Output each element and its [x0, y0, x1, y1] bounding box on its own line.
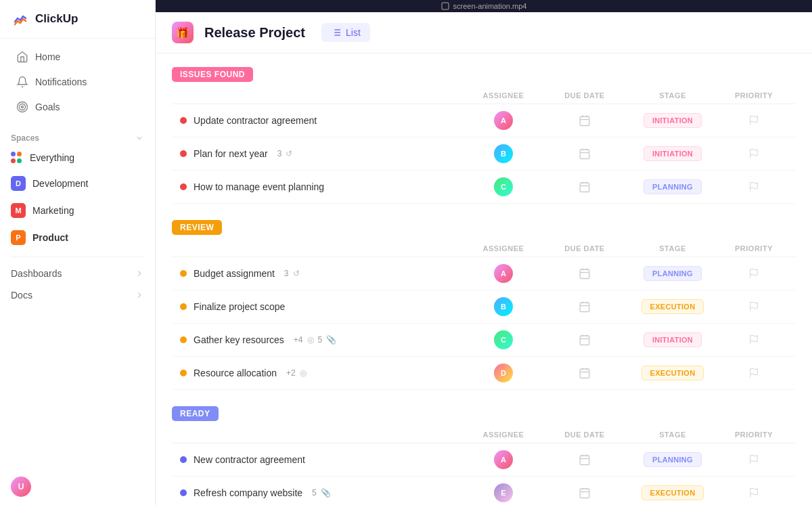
- task-name-cell: Gather key resources +4 ◎ 5 📎: [180, 334, 463, 345]
- svg-rect-11: [580, 116, 589, 126]
- col-duedate: DUE DATE: [544, 91, 625, 100]
- group-issues-found: ISSUES FOUND ASSIGNEE DUE DATE STAGE PRI…: [172, 67, 796, 204]
- stage-cell: INITIATION: [625, 332, 720, 347]
- task-name-cell: Finalize project scope: [180, 301, 463, 312]
- chevron-right-icon: [135, 269, 144, 278]
- svg-rect-31: [580, 303, 589, 312]
- docs-label: Docs: [11, 290, 32, 301]
- spaces-section-header: Spaces: [0, 128, 155, 146]
- table-row[interactable]: Finalize project scope B EXECUTION: [172, 290, 796, 324]
- sidebar-item-home-label: Home: [35, 51, 60, 62]
- task-dot: [180, 117, 187, 124]
- sidebar-item-product-label: Product: [32, 232, 68, 243]
- list-view-tab[interactable]: List: [321, 23, 370, 42]
- stage-badge: INITIATION: [644, 113, 702, 128]
- task-name: Gather key resources: [194, 334, 284, 345]
- user-avatar[interactable]: U: [11, 477, 31, 497]
- col-name: [180, 91, 463, 100]
- svg-rect-16: [580, 150, 589, 159]
- flag-icon: [748, 181, 759, 192]
- task-name: Plan for next year: [194, 148, 268, 159]
- target-icon: [16, 101, 28, 113]
- sidebar-item-development[interactable]: D Development: [0, 171, 155, 196]
- task-name: Budget assignment: [194, 268, 275, 279]
- sidebar-item-notifications-label: Notifications: [35, 76, 87, 87]
- stage-cell: EXECUTION: [625, 366, 720, 380]
- project-title: Release Project: [204, 25, 305, 41]
- svg-rect-4: [442, 3, 449, 9]
- issues-found-columns: ASSIGNEE DUE DATE STAGE PRIORITY: [172, 87, 796, 104]
- task-name: Resource allocation: [194, 368, 277, 378]
- col-priority: PRIORITY: [720, 244, 788, 252]
- bell-icon: [16, 76, 28, 88]
- task-name-cell: How to manage event planning: [180, 181, 463, 192]
- table-row[interactable]: Gather key resources +4 ◎ 5 📎 C INITIATI…: [172, 324, 796, 357]
- table-row[interactable]: Plan for next year 3 ↺ B INITIATION: [172, 137, 796, 171]
- sidebar-item-everything[interactable]: Everything: [0, 146, 155, 169]
- sidebar-item-product[interactable]: P Product: [0, 225, 155, 250]
- assignee-cell: C: [463, 330, 544, 349]
- table-row[interactable]: New contractor agreement A PLANNING: [172, 443, 796, 477]
- sidebar-bottom: U: [0, 468, 155, 505]
- duedate-cell: [544, 487, 625, 499]
- task-name: Update contractor agreement: [194, 115, 317, 126]
- table-row[interactable]: Update contractor agreement A INITIATION: [172, 104, 796, 137]
- table-row[interactable]: Refresh company website 5 📎 E EXECUTION: [172, 477, 796, 505]
- stage-badge: PLANNING: [644, 266, 702, 281]
- assignee-cell: B: [463, 144, 544, 163]
- priority-cell: [720, 301, 788, 312]
- assignee-cell: D: [463, 364, 544, 382]
- group-review: REVIEW ASSIGNEE DUE DATE STAGE PRIORITY …: [172, 220, 796, 390]
- assignee-cell: B: [463, 297, 544, 316]
- task-dot: [180, 150, 187, 157]
- sidebar-item-goals[interactable]: Goals: [5, 95, 150, 119]
- calendar-icon: [579, 334, 591, 346]
- avatar: B: [494, 297, 513, 316]
- sidebar-item-development-label: Development: [32, 178, 89, 189]
- task-extras: +4 ◎ 5 📎: [294, 335, 336, 345]
- avatar: B: [494, 144, 513, 163]
- main-header: 🎁 Release Project List: [156, 12, 812, 53]
- flag-icon: [748, 115, 759, 126]
- svg-rect-46: [580, 456, 589, 465]
- sidebar-item-notifications[interactable]: Notifications: [5, 70, 150, 94]
- content-area: ISSUES FOUND ASSIGNEE DUE DATE STAGE PRI…: [156, 53, 812, 505]
- col-name: [180, 244, 463, 252]
- stage-badge: INITIATION: [644, 146, 702, 161]
- priority-cell: [720, 487, 788, 498]
- stage-cell: EXECUTION: [625, 485, 720, 500]
- col-priority: PRIORITY: [720, 431, 788, 439]
- logo-text: ClickUp: [35, 12, 78, 26]
- assignee-cell: C: [463, 177, 544, 196]
- avatar: C: [494, 330, 513, 349]
- duedate-cell: [544, 114, 625, 127]
- calendar-icon: [579, 148, 591, 160]
- assignee-cell: A: [463, 450, 544, 469]
- avatar: A: [494, 111, 513, 130]
- stage-badge: PLANNING: [644, 179, 702, 194]
- everything-icon: [11, 152, 23, 164]
- task-name-cell: New contractor agreement: [180, 454, 463, 465]
- sidebar-item-marketing[interactable]: M Marketing: [0, 198, 155, 223]
- stage-cell: PLANNING: [625, 266, 720, 281]
- table-row[interactable]: Budget assignment 3 ↺ A PLANNING: [172, 257, 796, 290]
- sidebar-item-home[interactable]: Home: [5, 45, 150, 69]
- logo-area[interactable]: ClickUp: [0, 0, 155, 39]
- avatar: E: [494, 483, 513, 502]
- svg-rect-41: [580, 369, 589, 378]
- stage-badge: EXECUTION: [641, 485, 704, 500]
- home-icon: [16, 51, 28, 63]
- avatar: D: [494, 364, 513, 382]
- task-name: New contractor agreement: [194, 454, 305, 465]
- top-bar: screen-animation.mp4: [156, 0, 812, 12]
- table-row[interactable]: How to manage event planning C PLANNING: [172, 171, 796, 204]
- col-assignee: ASSIGNEE: [463, 431, 544, 439]
- table-row[interactable]: Resource allocation +2 ◎ D EXECUTION: [172, 357, 796, 390]
- clickup-logo-icon: [11, 9, 30, 28]
- sidebar-item-docs[interactable]: Docs: [0, 284, 155, 306]
- task-name-cell: Resource allocation +2 ◎: [180, 368, 463, 378]
- list-view-label: List: [346, 27, 361, 38]
- main-nav: Home Notifications Goals: [0, 39, 155, 125]
- sidebar-item-dashboards[interactable]: Dashboards: [0, 263, 155, 284]
- svg-rect-36: [580, 336, 589, 345]
